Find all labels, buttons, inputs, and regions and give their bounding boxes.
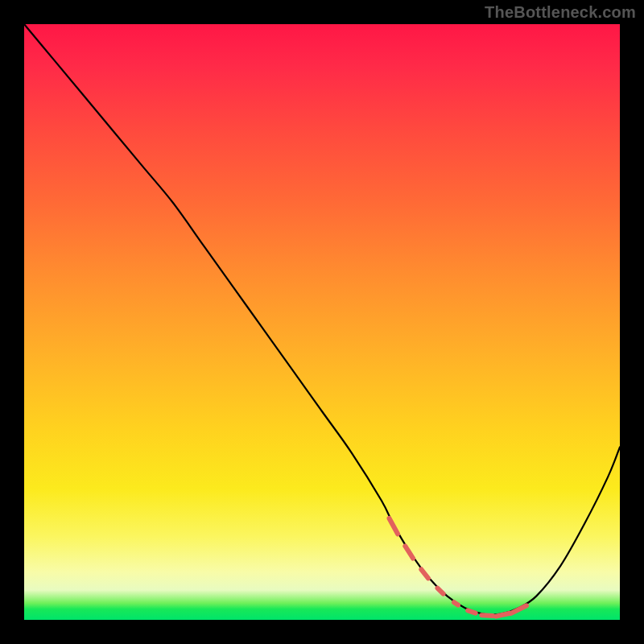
optimal-dash [390,518,398,534]
watermark-text: TheBottleneck.com [485,3,636,22]
optimal-range-dashes [390,518,527,617]
optimal-dash [481,615,493,616]
bottleneck-curve [24,24,620,615]
optimal-dash [421,569,428,578]
plot-svg [24,24,620,620]
optimal-dash [496,613,510,617]
chart-frame: TheBottleneck.com [0,0,644,644]
optimal-dash [454,602,458,605]
plot-area [24,24,620,620]
optimal-dash [438,588,444,594]
optimal-dash [405,546,413,558]
optimal-dash [468,610,475,613]
